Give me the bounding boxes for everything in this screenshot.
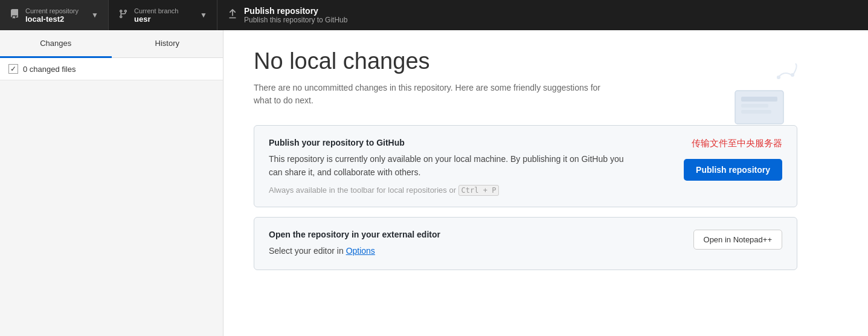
editor-desc-pre: Select your editor in bbox=[269, 246, 346, 256]
current-repo-section[interactable]: Current repository local-test2 ▼ bbox=[0, 0, 109, 30]
publish-toolbar-section[interactable]: Publish repository Publish this reposito… bbox=[217, 0, 868, 30]
editor-card: Open the repository in your external edi… bbox=[254, 217, 797, 270]
tab-history[interactable]: History bbox=[112, 30, 223, 58]
editor-card-header: Open the repository in your external edi… bbox=[269, 230, 782, 257]
hero-illustration bbox=[723, 60, 802, 135]
branch-text: Current branch uesr bbox=[134, 7, 178, 24]
hint-pre-text: Always available in the toolbar for loca… bbox=[269, 186, 458, 195]
editor-card-left: Open the repository in your external edi… bbox=[269, 230, 440, 257]
no-changes-desc: There are no uncommitted changes in this… bbox=[254, 82, 616, 107]
changed-files-row: ✓ 0 changed files bbox=[0, 58, 223, 80]
sidebar: Changes History ✓ 0 changed files bbox=[0, 30, 223, 336]
repo-name: local-test2 bbox=[25, 15, 79, 24]
branch-icon bbox=[118, 9, 128, 22]
branch-name: uesr bbox=[134, 15, 178, 24]
publish-toolbar-text: Publish repository Publish this reposito… bbox=[244, 6, 347, 24]
toolbar: Current repository local-test2 ▼ Current… bbox=[0, 0, 868, 30]
publish-repository-button[interactable]: Publish repository bbox=[684, 159, 782, 181]
publish-toolbar-title: Publish repository bbox=[244, 6, 347, 16]
publish-icon bbox=[227, 8, 238, 22]
publish-toolbar-sub: Publish this repository to GitHub bbox=[244, 16, 347, 24]
publish-card-header: Publish your repository to GitHub This r… bbox=[269, 138, 782, 195]
open-in-editor-button[interactable]: Open in Notepad++ bbox=[693, 230, 782, 250]
tab-changes[interactable]: Changes bbox=[0, 30, 112, 58]
current-branch-section[interactable]: Current branch uesr ▼ bbox=[109, 0, 217, 30]
editor-card-right: Open in Notepad++ bbox=[693, 230, 782, 250]
svg-point-5 bbox=[791, 73, 794, 77]
publish-card-right: 传输文件至中央服务器 Publish repository bbox=[684, 138, 782, 181]
content-area: No local changes There are no uncommitte… bbox=[223, 30, 868, 336]
branch-label: Current branch bbox=[134, 7, 178, 15]
svg-point-4 bbox=[777, 76, 780, 79]
publish-card-hint: Always available in the toolbar for loca… bbox=[269, 186, 631, 195]
repo-chevron-icon: ▼ bbox=[91, 11, 98, 19]
svg-rect-3 bbox=[741, 110, 771, 114]
svg-rect-1 bbox=[741, 97, 777, 102]
main-layout: Changes History ✓ 0 changed files bbox=[0, 30, 868, 336]
changed-files-label: 0 changed files bbox=[23, 65, 76, 74]
keyboard-shortcut: Ctrl + P bbox=[458, 185, 500, 196]
select-all-checkbox[interactable]: ✓ bbox=[8, 64, 18, 74]
repo-icon bbox=[10, 9, 19, 22]
svg-rect-2 bbox=[741, 104, 768, 108]
chinese-label: 传输文件至中央服务器 bbox=[692, 138, 782, 149]
editor-card-desc: Select your editor in Options bbox=[269, 244, 440, 257]
publish-card: Publish your repository to GitHub This r… bbox=[254, 125, 797, 207]
options-link[interactable]: Options bbox=[346, 246, 375, 256]
branch-chevron-icon: ▼ bbox=[200, 11, 207, 19]
sidebar-tabs: Changes History bbox=[0, 30, 223, 58]
repo-label: Current repository bbox=[25, 7, 79, 15]
publish-card-desc: This repository is currently only availa… bbox=[269, 152, 631, 179]
publish-card-title: Publish your repository to GitHub bbox=[269, 138, 631, 147]
publish-card-left: Publish your repository to GitHub This r… bbox=[269, 138, 631, 195]
repo-text: Current repository local-test2 bbox=[25, 7, 79, 24]
editor-card-title: Open the repository in your external edi… bbox=[269, 230, 440, 239]
